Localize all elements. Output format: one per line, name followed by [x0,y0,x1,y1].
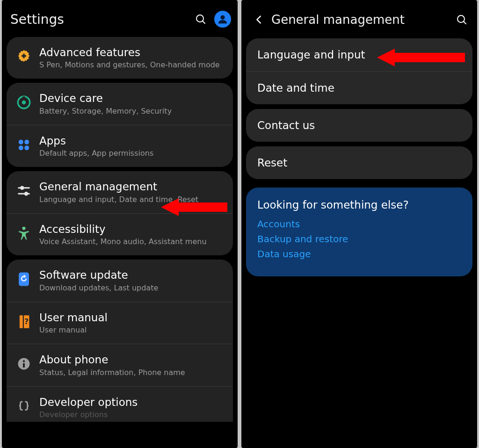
sliders-icon [13,181,35,201]
svg-point-9 [19,145,23,150]
row-subtitle: Battery, Storage, Memory, Security [39,107,172,116]
back-button[interactable] [250,10,269,29]
svg-rect-16 [19,273,29,286]
svg-point-6 [22,101,26,105]
row-subtitle: Default apps, App permissions [39,149,153,158]
row-device-care[interactable]: Device care Battery, Storage, Memory, Se… [7,83,233,124]
gm-group-contact: Contact us [246,109,472,142]
svg-text:?: ? [24,317,29,325]
row-title: General management [39,181,198,193]
svg-point-15 [22,227,26,230]
svg-point-21 [23,360,25,362]
row-general-management[interactable]: General management Language and input, D… [7,171,233,213]
row-title: User manual [39,311,108,324]
suggestions-card: Looking for something else? Accounts Bac… [246,188,472,276]
svg-point-8 [24,140,29,145]
row-reset[interactable]: Reset [246,146,472,179]
svg-rect-22 [23,363,25,368]
svg-point-14 [25,193,28,195]
general-management-screen: General management Language and input Da… [241,0,477,448]
row-title: Software update [39,269,158,281]
settings-group-general: General management Language and input, D… [7,171,233,255]
gear-plus-icon [13,46,35,67]
row-title: Advanced features [39,46,220,58]
svg-line-1 [203,21,205,23]
settings-title: Settings [10,12,192,27]
svg-point-2 [220,15,225,20]
search-icon[interactable] [453,11,471,29]
update-icon [13,269,35,289]
svg-rect-4 [22,55,26,57]
row-subtitle: Developer options [39,410,138,419]
row-subtitle: Status, Legal information, Phone name [39,368,185,377]
row-title: Developer options [39,396,138,408]
row-title: Accessibility [39,223,207,235]
row-accessibility[interactable]: Accessibility Voice Assistant, Mono audi… [7,213,233,255]
row-about-phone[interactable]: About phone Status, Legal information, P… [7,344,233,386]
link-data-usage[interactable]: Data usage [257,248,461,260]
accessibility-icon [13,223,35,244]
row-subtitle: S Pen, Motions and gestures, One-handed … [39,60,220,69]
link-accounts[interactable]: Accounts [257,218,461,230]
row-subtitle: User manual [39,325,108,334]
row-date-time[interactable]: Date and time [246,71,472,104]
svg-line-24 [464,22,466,24]
row-subtitle: Language and input, Date and time, Reset [39,195,198,204]
svg-rect-17 [20,315,23,328]
link-backup-restore[interactable]: Backup and restore [257,233,461,245]
row-language-input[interactable]: Language and input [246,38,472,71]
row-user-manual[interactable]: ? User manual User manual [7,302,233,344]
settings-screen: Settings Advanced features [2,0,238,448]
info-icon [13,354,35,374]
svg-point-10 [24,145,29,150]
manual-icon: ? [13,311,35,332]
row-contact-us[interactable]: Contact us [246,109,472,142]
row-developer-options[interactable]: Developer options Developer options [7,386,233,422]
row-advanced-features[interactable]: Advanced features S Pen, Motions and ges… [7,37,233,79]
row-title: About phone [39,354,185,366]
code-braces-icon [13,396,35,417]
settings-group-device: Device care Battery, Storage, Memory, Se… [7,83,233,167]
row-subtitle: Download updates, Last update [39,283,158,292]
apps-grid-icon [13,135,35,155]
settings-header: Settings [2,0,238,33]
device-care-icon [13,92,35,113]
row-software-update[interactable]: Software update Download updates, Last u… [7,260,233,301]
svg-point-7 [19,140,23,145]
row-title: Apps [39,135,153,147]
settings-group-software: Software update Download updates, Last u… [7,260,233,422]
settings-group-advanced: Advanced features S Pen, Motions and ges… [7,37,233,79]
gm-header: General management [241,0,477,34]
search-icon[interactable] [192,10,210,28]
gm-group-input: Language and input Date and time [246,38,472,104]
svg-point-12 [21,187,24,189]
row-apps[interactable]: Apps Default apps, App permissions [7,125,233,167]
row-subtitle: Voice Assistant, Mono audio, Assistant m… [39,237,207,246]
gm-group-reset: Reset [246,146,472,179]
suggestions-title: Looking for something else? [257,199,461,211]
row-title: Device care [39,92,172,104]
gm-title: General management [271,13,453,27]
profile-avatar[interactable] [214,11,231,28]
